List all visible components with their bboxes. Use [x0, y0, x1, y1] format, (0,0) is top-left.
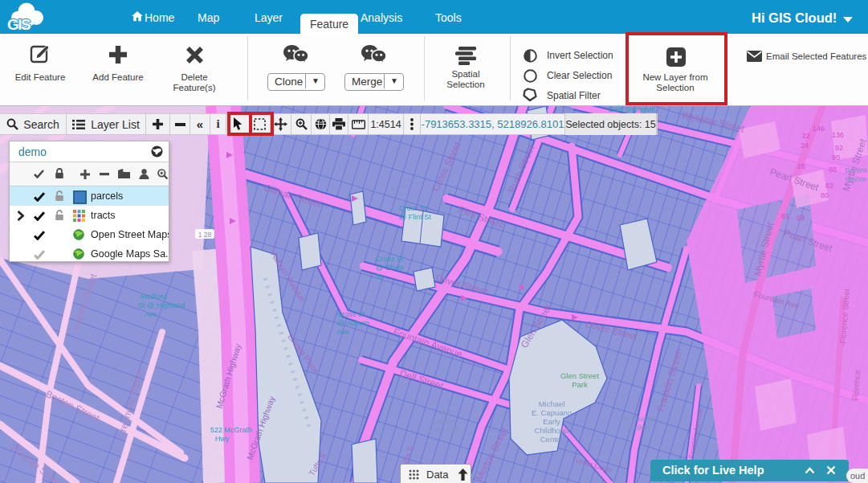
svg-text:28: 28	[797, 162, 805, 170]
svg-text:Bryant: Bryant	[845, 166, 867, 174]
svg-text:St: St	[376, 272, 383, 280]
svg-text:Garden: Garden	[624, 423, 650, 432]
svg-text:@ Oliver: @ Oliver	[376, 264, 404, 272]
svg-text:@ Auburn: @ Auburn	[337, 319, 369, 327]
svg-text:522 McGrath: 522 McGrath	[210, 426, 252, 434]
svg-text:Manor: Manor	[846, 174, 867, 183]
svg-text:St @ Highland: St @ Highland	[138, 301, 185, 309]
svg-text:Glen Street: Glen Street	[560, 371, 599, 380]
svg-text:Post 330: Post 330	[429, 425, 459, 434]
svg-text:Amer: Amer	[435, 407, 454, 416]
svg-text:Hwy: Hwy	[215, 435, 230, 443]
svg-text:Cross St: Cross St	[376, 255, 404, 263]
svg-text:E. Capuano: E. Capuano	[532, 408, 572, 417]
svg-text:Center: Center	[540, 435, 564, 444]
svg-text:61: 61	[781, 212, 789, 220]
svg-text:92: 92	[835, 144, 843, 152]
svg-text:1 28: 1 28	[198, 231, 212, 239]
svg-text:Childhood: Childhood	[535, 426, 569, 435]
svg-text:146: 146	[813, 125, 825, 133]
svg-text:Cross St: Cross St	[337, 310, 365, 318]
svg-text:Cross St: Cross St	[399, 204, 427, 212]
svg-text:80: 80	[821, 191, 829, 199]
svg-text:Park: Park	[572, 380, 588, 389]
svg-text:59: 59	[797, 214, 805, 222]
svg-text:90: 90	[832, 153, 840, 162]
svg-text:Ave: Ave	[337, 328, 349, 336]
svg-text:82: 82	[825, 182, 833, 190]
svg-text:Community: Community	[617, 414, 656, 423]
svg-text:GIS: GIS	[7, 16, 31, 33]
svg-text:Medford: Medford	[141, 293, 167, 301]
svg-text:@ Flint St: @ Flint St	[399, 213, 431, 221]
svg-text:86: 86	[829, 166, 837, 174]
svg-text:Early: Early	[543, 417, 560, 426]
svg-text:136: 136	[832, 131, 844, 139]
svg-text:22: 22	[802, 132, 810, 140]
svg-text:East Somervill: East Somervill	[609, 105, 655, 113]
svg-text:Ave: Ave	[145, 310, 157, 318]
svg-text:Michael: Michael	[539, 399, 565, 408]
svg-text:24: 24	[801, 141, 809, 149]
svg-text:Legion: Legion	[433, 416, 456, 425]
